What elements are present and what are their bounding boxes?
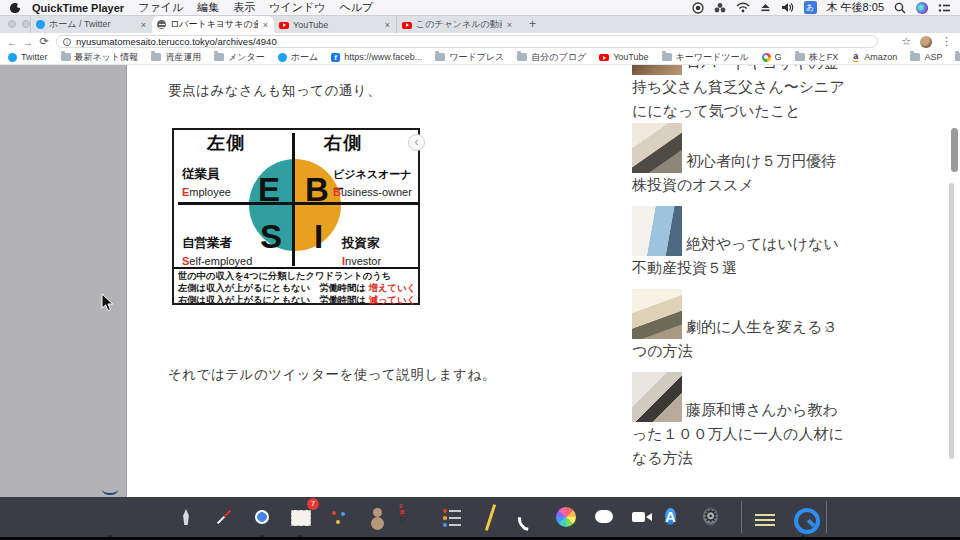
bookmark-item[interactable]: キーワードツール	[662, 51, 749, 64]
reload-button[interactable]: ⟳	[36, 35, 52, 48]
dock-app-icon[interactable]	[703, 507, 718, 526]
article-thumbnail[interactable]	[632, 372, 682, 422]
sidebar-article-link[interactable]: 絶対やってはいけない 不動産投資５選 ›	[632, 206, 858, 280]
menu-file[interactable]: ファイル	[138, 0, 183, 15]
dock-app[interactable]	[627, 502, 657, 532]
bookmark-item[interactable]: Twitter	[8, 52, 48, 62]
tab-close-icon[interactable]: ×	[262, 20, 269, 30]
menu-bar-clock[interactable]: 木 午後8:05	[827, 0, 884, 15]
new-tab-button[interactable]: +	[525, 17, 540, 32]
wifi-icon[interactable]	[736, 2, 750, 13]
bookmark-item[interactable]: G	[762, 52, 782, 62]
tab-close-icon[interactable]: ×	[506, 20, 513, 30]
volume-icon[interactable]	[781, 2, 794, 13]
sidebar-article-link[interactable]: 初心者向け５万円優待 株投資のオススメ ›	[632, 123, 858, 197]
page-info-icon[interactable]: i	[63, 38, 71, 46]
bookmark-label: ASP	[924, 52, 942, 62]
bookmark-star-icon[interactable]: ☆	[901, 35, 911, 48]
bookmark-item[interactable]: 最新ネット情報	[61, 51, 139, 64]
browser-tab[interactable]: ホーム / Twitter ×	[30, 16, 152, 33]
dock-app[interactable]	[513, 502, 543, 532]
siri-menu-icon[interactable]	[916, 2, 928, 14]
article-thumbnail[interactable]	[632, 123, 682, 173]
fan-status-icon[interactable]	[714, 2, 726, 14]
browser-toolbar: ← → ⟳ i nyusumatomesaito.terucco.tokyo/a…	[0, 33, 960, 50]
bookmark-item[interactable]: ASP	[910, 52, 942, 62]
dock-app[interactable]	[750, 502, 780, 532]
label-business-owner-en: Business-owner	[333, 186, 412, 198]
dock-app[interactable]	[361, 502, 391, 532]
menu-window[interactable]: ウインドウ	[269, 0, 325, 15]
bookmark-item[interactable]: https://www.faceb...	[331, 52, 422, 62]
page-content: 要点はみなさんも知っての通り、 左側 右側 E B S I 従業員 Employ…	[0, 65, 960, 497]
browser-tab[interactable]: ロバートキヨサキの金持ち父さん１ ×	[152, 16, 274, 33]
label-employee-en: Employee	[182, 186, 231, 198]
back-button[interactable]: ←	[4, 36, 20, 48]
forward-button[interactable]: →	[20, 36, 36, 48]
bookmark-item[interactable]: ポイントサイト	[955, 51, 960, 64]
dock-app-icon[interactable]	[665, 508, 676, 525]
apple-menu-icon[interactable]	[10, 3, 20, 13]
notification-center-icon[interactable]	[938, 3, 950, 13]
bookmark-favicon	[61, 53, 71, 61]
eject-icon[interactable]	[760, 2, 771, 13]
menu-bar: QuickTime Player ファイル 編集 表示 ウインドウ ヘルプ あ …	[0, 0, 960, 16]
dock-app[interactable]	[171, 502, 201, 532]
page-scrollbar-thumb[interactable]	[951, 128, 958, 172]
bookmark-item[interactable]: メンター	[214, 51, 265, 64]
bookmark-item[interactable]: 資産運用	[151, 51, 201, 64]
sidebar-article-link[interactable]: 劇的に人生を変える３ つの方法 ›	[632, 289, 858, 363]
bookmark-favicon	[762, 53, 771, 62]
tab-close-icon[interactable]: ×	[384, 20, 391, 30]
sidebar-article-link[interactable]: 藤原和博さんから教わ った１００万人に一人の人材に なる方法 ›	[632, 372, 858, 470]
dock-app[interactable]	[665, 502, 695, 532]
bookmark-item[interactable]: ホーム	[278, 51, 318, 64]
spotlight-search-icon[interactable]	[894, 2, 906, 14]
close-window-button[interactable]	[8, 20, 16, 28]
browser-tab[interactable]: YouTube ×	[274, 16, 396, 33]
article-title-line: 初心者向け５万円優待	[686, 123, 858, 173]
browser-menu-icon[interactable]: ⋮	[941, 35, 952, 48]
dock-trash[interactable]	[835, 502, 865, 532]
sidebar-article-link[interactable]: ロバートキヨサキの金 持ち父さん貧乏父さん〜シニア にになって気づいたこと ›	[632, 65, 858, 123]
quadrant-vertical-line	[292, 133, 295, 266]
bookmark-item[interactable]: YouTube	[599, 52, 648, 62]
chevron-right-icon: ›	[824, 402, 829, 419]
dock-app[interactable]: 7	[285, 502, 315, 532]
menu-help[interactable]: ヘルプ	[339, 0, 373, 15]
menu-view[interactable]: 表示	[233, 0, 255, 15]
bookmark-item[interactable]: 株とFX	[795, 51, 839, 64]
dock-app[interactable]	[589, 502, 619, 532]
image-carousel-prev-button[interactable]: ‹	[408, 134, 425, 151]
dock-app[interactable]	[323, 502, 353, 532]
dock-app[interactable]	[247, 502, 277, 532]
menu-edit[interactable]: 編集	[197, 0, 219, 15]
screen-recording-icon[interactable]	[692, 2, 704, 14]
dock-app[interactable]	[703, 502, 733, 532]
minimize-window-button[interactable]	[22, 20, 30, 28]
bookmark-item[interactable]: ワードプレス	[435, 51, 504, 64]
dock-app[interactable]	[95, 502, 125, 532]
input-source-icon[interactable]: あ	[804, 1, 817, 14]
dock-app[interactable]	[551, 502, 581, 532]
article-thumbnail[interactable]	[632, 206, 682, 256]
browser-tab[interactable]: このチャンネルの動画 - YouTube ×	[396, 16, 518, 33]
active-app-name[interactable]: QuickTime Player	[32, 2, 124, 14]
address-bar[interactable]: i nyusumatomesaito.terucco.tokyo/archive…	[56, 35, 878, 48]
profile-avatar[interactable]	[920, 36, 932, 48]
dock-app[interactable]	[437, 502, 467, 532]
dock-app[interactable]	[133, 502, 163, 532]
sidebar-scrollbar-thumb[interactable]	[949, 183, 954, 459]
article-thumbnail[interactable]	[632, 289, 682, 339]
tab-close-icon[interactable]: ×	[140, 20, 147, 30]
dock-app[interactable]	[788, 502, 818, 532]
dock-app[interactable]	[475, 502, 505, 532]
dock-app[interactable]	[209, 502, 239, 532]
bookmark-item[interactable]: Amazon	[851, 52, 897, 62]
article-title-line: ロバートキヨサキの金	[686, 65, 858, 75]
article-thumbnail[interactable]	[632, 65, 682, 75]
diagram-caption-3: 右側は収入が上がるにともない 労働時間は 減っていく	[178, 294, 416, 307]
browser-tab-strip: ホーム / Twitter × ロバートキヨサキの金持ち父さん１ × YouTu…	[0, 16, 960, 33]
bookmark-item[interactable]: 自分のブログ	[517, 51, 586, 64]
dock-app[interactable]: 2月 6	[399, 502, 429, 532]
